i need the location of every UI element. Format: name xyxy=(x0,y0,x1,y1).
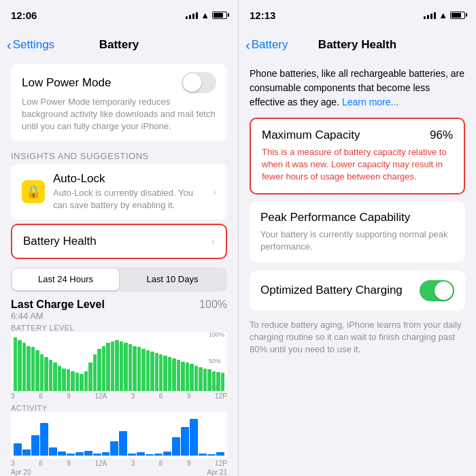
max-capacity-title: Maximum Capacity xyxy=(262,129,360,142)
battery-health-card[interactable]: Battery Health › xyxy=(11,224,227,259)
battery-bar xyxy=(155,353,158,391)
battery-bar xyxy=(172,358,175,391)
battery-bar xyxy=(159,354,163,391)
optimized-charging-toggle[interactable] xyxy=(420,280,454,301)
charge-info: Last Charge Level 6:44 AM xyxy=(11,299,105,321)
act-x-9b: 9 xyxy=(187,460,191,467)
tab-10days[interactable]: Last 10 Days xyxy=(119,269,226,290)
battery-bar xyxy=(67,369,70,391)
battery-bar xyxy=(49,360,52,391)
battery-bar xyxy=(106,343,109,391)
activity-bar xyxy=(22,449,31,456)
right-time: 12:13 xyxy=(250,10,275,21)
battery-bar xyxy=(163,356,167,391)
chart-y-50: 50% xyxy=(209,358,224,364)
optimized-charging-title: Optimized Battery Charging xyxy=(260,284,403,297)
activity-bar xyxy=(40,423,48,456)
battery-bar xyxy=(93,354,97,391)
battery-bar xyxy=(168,357,171,391)
right-wifi-icon: ▲ xyxy=(439,10,447,20)
battery-bar xyxy=(203,369,207,391)
activity-bar xyxy=(67,454,75,456)
activity-bar xyxy=(199,454,207,456)
right-status-icons: ▲ xyxy=(424,10,465,20)
left-status-bar: 12:06 ▲ xyxy=(0,0,238,30)
activity-label: ACTIVITY xyxy=(0,403,238,412)
battery-health-title: Battery Health xyxy=(23,235,211,248)
optimized-charging-description: To reduce battery aging, iPhone learns f… xyxy=(250,319,465,356)
right-back-label: Battery xyxy=(252,38,288,52)
left-status-icons: ▲ xyxy=(186,10,227,20)
lock-icon: 🔒 xyxy=(26,184,41,199)
charge-time: 6:44 AM xyxy=(11,311,105,321)
x-label-12a: 12A xyxy=(95,392,107,400)
battery-bar xyxy=(133,346,136,391)
right-signal-icon xyxy=(424,11,436,19)
act-x-6b: 6 xyxy=(159,460,163,467)
tab-24hours[interactable]: Last 24 Hours xyxy=(12,269,119,290)
charge-percent: 100% xyxy=(199,299,227,311)
auto-lock-title: Auto-Lock xyxy=(53,172,205,186)
battery-bar xyxy=(146,350,150,391)
x-label-3b: 3 xyxy=(131,392,135,400)
act-x-12p: 12P xyxy=(215,460,227,467)
battery-bar xyxy=(88,362,92,391)
activity-bar xyxy=(31,435,39,456)
right-status-bar: 12:13 ▲ xyxy=(239,0,476,30)
battery-bar xyxy=(53,362,56,391)
settings-back-button[interactable]: ‹ Settings xyxy=(7,38,54,52)
x-label-3: 3 xyxy=(11,392,15,400)
auto-lock-chevron-icon: › xyxy=(213,186,216,198)
battery-bar xyxy=(212,371,216,391)
low-power-description: Low Power Mode temporarily reduces backg… xyxy=(22,96,216,133)
battery-health-item[interactable]: Battery Health › xyxy=(12,225,226,258)
activity-bar xyxy=(154,454,163,456)
max-capacity-description: This is a measure of battery capacity re… xyxy=(262,146,453,184)
optimized-charging-row: Optimized Battery Charging xyxy=(250,271,465,311)
battery-bar xyxy=(97,349,101,391)
left-panel: 12:06 ▲ ‹ Settings Battery Low Power Mod xyxy=(0,0,238,476)
signal-icon xyxy=(186,11,198,19)
chart-y-100: 100% xyxy=(209,332,224,338)
activity-bar xyxy=(14,443,22,456)
battery-bar xyxy=(75,373,79,391)
low-power-toggle[interactable] xyxy=(182,72,216,93)
learn-more-link[interactable]: Learn more... xyxy=(342,97,398,107)
battery-bar xyxy=(27,346,30,391)
activity-bar xyxy=(146,454,154,456)
x-label-6b: 6 xyxy=(159,392,163,400)
auto-lock-item[interactable]: 🔒 Auto-Lock Auto-Lock is currently disab… xyxy=(11,164,227,220)
battery-bar xyxy=(186,362,189,391)
battery-back-button[interactable]: ‹ Battery xyxy=(245,38,288,52)
low-power-header: Low Power Mode xyxy=(22,72,216,93)
battery-bar xyxy=(141,349,145,391)
activity-bar xyxy=(137,452,145,456)
battery-bar xyxy=(84,371,88,391)
x-label-9: 9 xyxy=(67,392,71,400)
battery-bar xyxy=(31,347,35,391)
charging-toggle-thumb xyxy=(435,282,453,300)
battery-bar xyxy=(115,340,118,391)
auto-lock-icon-wrap: 🔒 xyxy=(22,180,45,203)
max-capacity-card: Maximum Capacity 96% This is a measure o… xyxy=(250,118,465,194)
battery-bar xyxy=(14,337,17,391)
right-nav-title: Battery Health xyxy=(318,38,396,52)
battery-bar xyxy=(150,352,154,391)
activity-bar xyxy=(93,454,101,456)
right-back-chevron-icon: ‹ xyxy=(245,38,250,52)
battery-bar xyxy=(71,371,74,391)
activity-bar xyxy=(75,452,84,456)
low-power-title: Low Power Mode xyxy=(22,76,111,90)
activity-chart xyxy=(11,412,227,458)
right-content: Phone batteries, like all rechargeable b… xyxy=(239,60,476,476)
max-capacity-value: 96% xyxy=(430,129,453,142)
activity-bar xyxy=(49,447,57,456)
date-x-axis: Apr 20 Apr 21 xyxy=(0,469,238,476)
activity-bar xyxy=(128,454,136,456)
activity-bar xyxy=(110,441,118,456)
battery-bar xyxy=(124,343,127,391)
act-x-9: 9 xyxy=(67,460,71,467)
right-nav-bar: ‹ Battery Battery Health xyxy=(239,30,476,60)
act-x-3b: 3 xyxy=(131,460,135,467)
activity-bar xyxy=(102,452,110,456)
